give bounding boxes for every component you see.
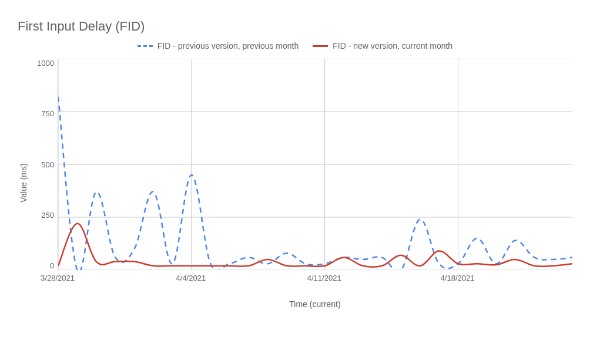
x-tick-label: 4/18/2021 <box>441 274 475 282</box>
legend: FID - previous version, previous month F… <box>18 41 572 50</box>
y-tick: 1000 <box>37 59 54 68</box>
legend-swatch-solid-icon <box>313 45 328 47</box>
legend-swatch-dashed-icon <box>138 45 153 47</box>
legend-label-previous: FID - previous version, previous month <box>157 41 299 50</box>
x-axis-label: Time (current) <box>58 299 572 309</box>
x-tick-label: 4/4/2021 <box>176 274 206 282</box>
x-axis-ticks: 3/28/20214/4/20214/11/20214/18/2021 <box>58 274 572 284</box>
x-tick-label: 3/28/2021 <box>41 274 75 282</box>
plot-column: 3/28/20214/4/20214/11/20214/18/2021 Time… <box>58 54 572 312</box>
y-tick: 250 <box>41 211 54 220</box>
y-axis-label: Value (ms) <box>18 54 29 312</box>
y-tick: 500 <box>41 160 54 169</box>
chart-container: First Input Delay (FID) FID - previous v… <box>0 0 590 364</box>
plot-wrapper: Value (ms) 1000 750 500 250 0 3/28/20214… <box>18 54 572 312</box>
chart-title: First Input Delay (FID) <box>18 19 572 34</box>
x-tick-label: 4/11/2021 <box>307 274 341 282</box>
series-line-previous <box>58 97 572 270</box>
legend-item-previous: FID - previous version, previous month <box>138 41 299 50</box>
y-axis-ticks: 1000 750 500 250 0 <box>29 59 58 270</box>
y-tick: 0 <box>50 261 54 270</box>
plot-svg <box>58 59 572 270</box>
legend-label-new: FID - new version, current month <box>333 41 452 50</box>
y-tick: 750 <box>41 109 54 118</box>
legend-item-new: FID - new version, current month <box>313 41 452 50</box>
plot-area <box>58 59 572 270</box>
